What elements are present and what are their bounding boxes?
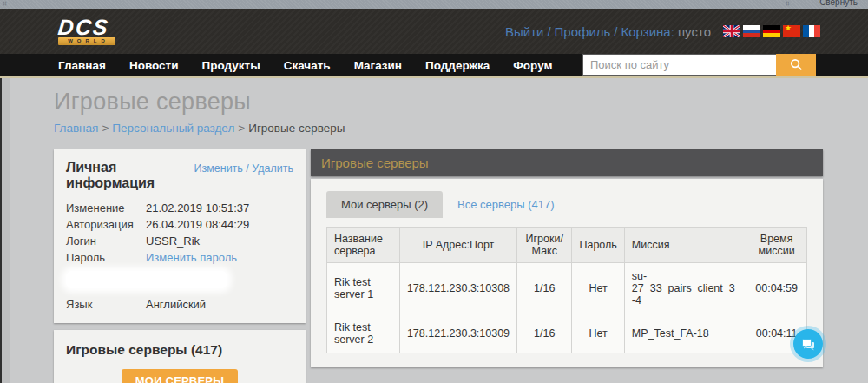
nav-item[interactable]: Продукты bbox=[202, 59, 260, 72]
nav-item[interactable]: Главная bbox=[58, 59, 106, 72]
user-area: Выйти/Профиль/Корзина: пусто bbox=[505, 24, 820, 39]
info-label: Пароль bbox=[66, 249, 146, 266]
servers-table-head: Название сервера IP Адрес:Порт Игроки/Ма… bbox=[327, 228, 807, 263]
nav-item[interactable]: Форум bbox=[513, 59, 552, 72]
server-players: 1/16 bbox=[517, 263, 572, 314]
personal-info-header: Личная информация Изменить / Удалить bbox=[66, 160, 293, 191]
nav-item[interactable]: Новости bbox=[129, 59, 179, 72]
info-value: Английский bbox=[146, 296, 206, 313]
info-value: 26.04.2019 08:44:29 bbox=[146, 216, 249, 233]
info-label: Логин bbox=[66, 233, 146, 249]
server-name-link[interactable]: Rik test server 1 bbox=[327, 263, 400, 314]
col-password: Пароль bbox=[572, 228, 624, 263]
col-mission-time: Время миссии bbox=[746, 228, 807, 263]
my-servers-button-wrap: МОИ СЕРВЕРЫ bbox=[66, 369, 293, 383]
left-edge-line bbox=[0, 78, 2, 383]
server-tabs: Мои серверы (2) Все серверы (417) bbox=[326, 191, 807, 218]
personal-info-title: Личная информация bbox=[66, 160, 194, 191]
server-row: Rik test server 2 178.121.230.3:10309 1/… bbox=[327, 314, 807, 353]
change-password-link[interactable]: Изменить пароль bbox=[146, 249, 237, 266]
site-search bbox=[582, 54, 816, 76]
info-row-language: Язык Английский bbox=[66, 296, 293, 313]
site-header: DCS WORLD Выйти/Профиль/Корзина: пусто bbox=[0, 9, 868, 54]
servers-table: Название сервера IP Адрес:Порт Игроки/Ма… bbox=[326, 227, 807, 353]
info-value: 21.02.2019 10:51:37 bbox=[146, 200, 249, 216]
browser-top-strip: ⠿ ⠿ Свернуть bbox=[0, 0, 868, 9]
server-mission-time: 00:04:59 bbox=[746, 263, 807, 314]
server-ip-port: 178.121.230.3:10308 bbox=[399, 263, 516, 314]
flag-france-icon[interactable] bbox=[803, 25, 820, 37]
search-input[interactable] bbox=[582, 54, 776, 76]
flag-russia-icon[interactable] bbox=[743, 25, 760, 37]
breadcrumb-home[interactable]: Главная bbox=[54, 122, 98, 135]
link-separator: / bbox=[610, 24, 621, 39]
search-icon bbox=[790, 58, 803, 71]
col-server-name: Название сервера bbox=[327, 228, 400, 263]
tab-all-servers[interactable]: Все серверы (417) bbox=[443, 191, 569, 218]
breadcrumb: Главная>Персональный раздел>Игровые серв… bbox=[54, 122, 868, 135]
col-mission: Миссия bbox=[624, 228, 746, 263]
redacted-email-blur bbox=[66, 271, 227, 288]
server-players: 1/16 bbox=[517, 314, 572, 353]
page-body: Игровые серверы Главная>Персональный раз… bbox=[0, 78, 868, 383]
page-title: Игровые серверы bbox=[54, 89, 868, 116]
server-password: Нет bbox=[572, 263, 624, 314]
server-password: Нет bbox=[572, 314, 624, 353]
col-ip-port: IP Адрес:Порт bbox=[399, 228, 516, 263]
nav-item[interactable]: Скачать bbox=[284, 59, 331, 72]
server-mission: su-27_33_pairs_client_3 -4 bbox=[624, 263, 746, 314]
cart-status: пусто bbox=[678, 24, 711, 39]
flag-germany-icon[interactable] bbox=[763, 25, 780, 37]
cart-link[interactable]: Корзина: bbox=[621, 24, 674, 39]
game-servers-box: Игровые серверы (417) МОИ СЕРВЕРЫ СПИСОК… bbox=[54, 330, 306, 383]
chat-support-button[interactable] bbox=[793, 329, 823, 359]
flag-united-kingdom-icon[interactable] bbox=[723, 25, 740, 37]
info-row-change: Изменение 21.02.2019 10:51:37 bbox=[66, 200, 293, 216]
logout-link[interactable]: Выйти bbox=[505, 24, 543, 39]
nav-item[interactable]: Поддержка bbox=[425, 59, 490, 72]
info-value: USSR_Rik bbox=[146, 233, 200, 249]
nav-items: ГлавнаяНовостиПродуктыСкачатьМагазинПодд… bbox=[58, 57, 576, 73]
header-row: Название сервера IP Адрес:Порт Игроки/Ма… bbox=[327, 228, 807, 263]
personal-info-rows: Изменение 21.02.2019 10:51:37 Авторизаци… bbox=[66, 200, 293, 313]
breadcrumb-separator: > bbox=[98, 122, 112, 135]
info-label: Авторизация bbox=[66, 216, 146, 233]
chat-bubbles-icon bbox=[801, 338, 816, 351]
link-separator: / bbox=[543, 24, 554, 39]
personal-info-box: Личная информация Изменить / Удалить Изм… bbox=[54, 149, 306, 323]
servers-panel-body: Мои серверы (2) Все серверы (417) Назван… bbox=[311, 179, 823, 367]
servers-panel-title: Игровые серверы bbox=[311, 149, 823, 176]
server-row: Rik test server 1 178.121.230.3:10308 1/… bbox=[327, 263, 807, 314]
info-row-password: Пароль Изменить пароль bbox=[66, 249, 293, 266]
breadcrumb-current: Игровые серверы bbox=[248, 122, 345, 135]
logo-dcs-text: DCS bbox=[57, 18, 116, 36]
drag-grip-icon: ⠿ bbox=[3, 1, 8, 8]
drag-grip-icon: ⠿ bbox=[786, 1, 790, 8]
my-servers-button[interactable]: МОИ СЕРВЕРЫ bbox=[122, 369, 238, 383]
server-name-link[interactable]: Rik test server 2 bbox=[327, 314, 400, 353]
search-button[interactable] bbox=[776, 54, 816, 76]
sidebar: Личная информация Изменить / Удалить Изм… bbox=[54, 149, 306, 383]
flag-china-icon[interactable] bbox=[783, 25, 800, 37]
main-panel: Игровые серверы Мои серверы (2) Все серв… bbox=[311, 149, 823, 367]
language-flags bbox=[723, 25, 820, 37]
info-row-authorization: Авторизация 26.04.2019 08:44:29 bbox=[66, 216, 293, 233]
info-row-login: Логин USSR_Rik bbox=[66, 233, 293, 249]
info-label: Язык bbox=[66, 296, 146, 313]
nav-item[interactable]: Магазин bbox=[354, 59, 402, 72]
breadcrumb-separator: > bbox=[234, 122, 248, 135]
profile-link[interactable]: Профиль bbox=[555, 24, 611, 39]
breadcrumb-personal-section[interactable]: Персональный раздел bbox=[112, 122, 234, 135]
user-links: Выйти/Профиль/Корзина: пусто bbox=[505, 24, 711, 39]
content-columns: Личная информация Изменить / Удалить Изм… bbox=[54, 149, 823, 383]
main-nav: ГлавнаяНовостиПродуктыСкачатьМагазинПодд… bbox=[0, 54, 868, 76]
edit-delete-link[interactable]: Изменить / Удалить bbox=[194, 162, 293, 175]
col-players-max: Игроки/Макс bbox=[517, 228, 572, 263]
server-mission: MP_Test_FA-18 bbox=[624, 314, 746, 353]
collapse-control[interactable]: Свернуть bbox=[819, 0, 858, 7]
info-label: Изменение bbox=[66, 200, 146, 216]
servers-table-body: Rik test server 1 178.121.230.3:10308 1/… bbox=[327, 263, 807, 353]
tab-my-servers[interactable]: Мои серверы (2) bbox=[326, 191, 443, 218]
game-servers-box-title: Игровые серверы (417) bbox=[66, 342, 293, 358]
dcs-world-logo[interactable]: DCS WORLD bbox=[58, 18, 115, 45]
